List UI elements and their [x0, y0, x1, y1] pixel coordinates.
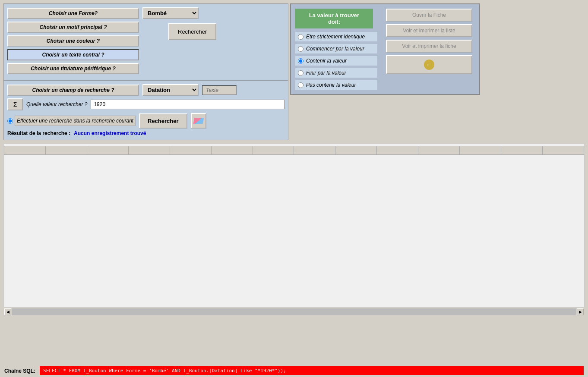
voir-imprimer-liste-button[interactable]: Voir et imprimer la liste: [386, 24, 472, 37]
radio-pas-contenir-label: Pas contenir la valeur: [306, 82, 356, 88]
col-1: [4, 146, 46, 155]
radio-finir[interactable]: Finir par la valeur: [295, 68, 377, 78]
col-13: [501, 146, 543, 155]
radio-contenir-input[interactable]: [298, 58, 303, 64]
col-10: [377, 146, 418, 155]
valeur-line1: La valeur à trouver: [299, 12, 370, 19]
result-label: Résultat de la recherche :: [7, 130, 70, 136]
svg-text:←: ←: [426, 61, 432, 68]
radio-strictement-input[interactable]: [298, 34, 303, 40]
radio-contenir-label: Contenir la valeur: [306, 58, 347, 64]
eraser-icon: [193, 118, 203, 124]
radio-strictement-label: Etre strictement identique: [306, 34, 365, 40]
col-8: [294, 146, 335, 155]
valeur-box: La valeur à trouver doit:: [295, 9, 373, 28]
sigma-button[interactable]: Σ: [7, 98, 23, 110]
effectuer-radio[interactable]: [7, 118, 13, 124]
col-14: [542, 146, 584, 155]
rechercher-top-button[interactable]: Rechercher: [168, 23, 216, 40]
results-table-area[interactable]: [3, 144, 585, 308]
quelle-label: Quelle valeur rechercher ?: [26, 101, 87, 107]
scroll-right-button[interactable]: ▶: [577, 308, 584, 315]
radio-finir-input[interactable]: [298, 70, 303, 76]
ouvrir-fiche-button[interactable]: Ouvrir la Fiche: [386, 9, 472, 22]
table-header-row: [4, 146, 584, 155]
scroll-track[interactable]: [12, 308, 576, 315]
eraser-button[interactable]: [191, 113, 206, 129]
radio-finir-label: Finir par la valeur: [306, 70, 346, 76]
voir-imprimer-fiche-button[interactable]: Voir et imprimer la fiche: [386, 40, 472, 53]
choisir-couleur-button[interactable]: Choisir une couleur ?: [7, 35, 139, 47]
col-5: [170, 146, 211, 155]
radio-strictement[interactable]: Etre strictement identique: [295, 32, 377, 41]
right-buttons: Ouvrir la Fiche Voir et imprimer la list…: [386, 9, 472, 90]
col-12: [460, 146, 501, 155]
forme-dropdown[interactable]: Bombé: [142, 7, 199, 19]
horizontal-scrollbar[interactable]: ◀ ▶: [3, 308, 585, 316]
col-7: [253, 146, 294, 155]
valeur-line2: doit:: [299, 19, 370, 25]
scroll-left-button[interactable]: ◀: [4, 308, 11, 315]
col-11: [418, 146, 460, 155]
value-input[interactable]: [91, 100, 285, 109]
choisir-texte-button[interactable]: Choisir un texte central ?: [7, 49, 139, 60]
rechercher-main-button[interactable]: Rechercher: [139, 113, 187, 129]
choisir-champ-button[interactable]: Choisir un champ de recherche ?: [7, 85, 139, 96]
radio-commencer-input[interactable]: [298, 46, 303, 52]
radio-pas-contenir-input[interactable]: [298, 82, 303, 88]
col-4: [128, 146, 170, 155]
col-6: [211, 146, 253, 155]
col-9: [335, 146, 377, 155]
champ-dropdown[interactable]: Datation: [142, 84, 199, 96]
choisir-forme-button[interactable]: Choisir une Forme?: [7, 8, 139, 19]
radio-options: Etre strictement identique Commencer par…: [295, 32, 377, 90]
radio-commencer-label: Commencer par la valeur: [306, 46, 364, 52]
texte-field: Texte: [202, 85, 237, 95]
result-value: Aucun enregistrement trouvé: [74, 130, 146, 136]
radio-commencer[interactable]: Commencer par la valeur: [295, 44, 377, 53]
effectuer-radio-label[interactable]: [7, 116, 136, 126]
choisir-titulature-button[interactable]: Choisir une titulature périférique ?: [7, 63, 139, 74]
radio-pas-contenir[interactable]: Pas contenir la valeur: [295, 80, 377, 90]
col-2: [45, 146, 87, 155]
back-icon: ←: [423, 59, 435, 71]
col-3: [87, 146, 128, 155]
effectuer-input: [15, 116, 136, 126]
results-table: [4, 146, 584, 155]
radio-contenir[interactable]: Contenir la valeur: [295, 56, 377, 66]
right-panel: La valeur à trouver doit: Etre stricteme…: [290, 3, 480, 95]
choisir-motif-button[interactable]: Choisir un motif principal ?: [7, 22, 139, 33]
icon-button[interactable]: ←: [386, 55, 472, 74]
